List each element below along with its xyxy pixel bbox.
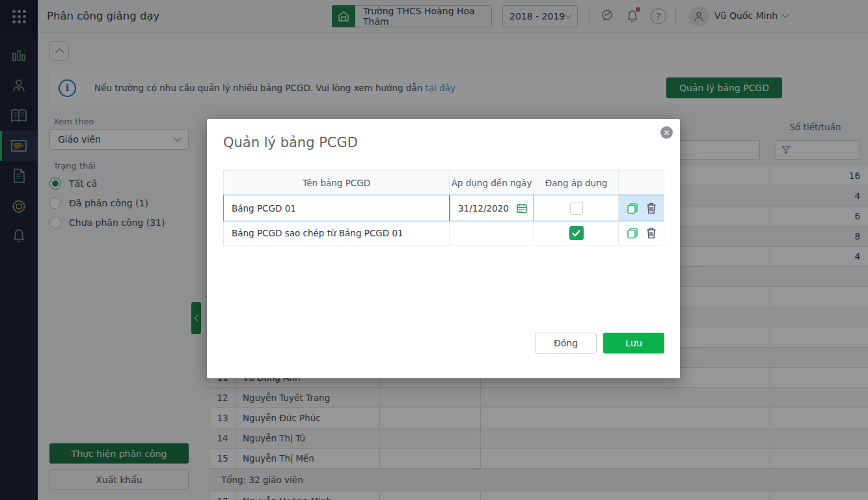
row-actions [619,221,664,245]
active-checkbox-cell [534,195,619,221]
dialog-title: Quản lý bảng PCGD [223,135,358,150]
calendar-icon[interactable] [516,202,528,214]
apply-until-date-input[interactable]: 31/12/2020 [450,195,534,221]
close-icon[interactable]: ✕ [660,126,673,139]
column-header-apply-until: Áp dụng đến ngày [450,170,534,195]
pcgd-table: Tên bảng PCGD Áp dụng đến ngày Đang áp d… [223,170,664,245]
save-button[interactable]: Lưu [603,333,664,354]
copy-icon[interactable] [626,227,639,240]
app-window: Số tiết/tuần 16 4 6 8 4 11Vũ Đông Anh 12… [0,0,868,500]
column-header-active: Đang áp dụng [534,170,619,195]
pcgd-row: Bảng PCGD 01 31/12/2020 [223,195,664,221]
column-header-actions [619,170,664,195]
active-checkbox-unchecked[interactable] [570,202,583,215]
column-header-name: Tên bảng PCGD [223,170,450,195]
pcgd-table-header: Tên bảng PCGD Áp dụng đến ngày Đang áp d… [223,170,664,195]
manage-pcgd-dialog: ✕ Quản lý bảng PCGD Tên bảng PCGD Áp dụn… [207,119,680,378]
trash-icon[interactable] [645,202,657,215]
pcgd-row: Bảng PCGD sao chép từ Bảng PCGD 01 [223,221,664,245]
pcgd-name-input[interactable]: Bảng PCGD 01 [223,195,450,221]
active-checkbox-cell [534,221,619,245]
apply-until-cell[interactable] [450,221,534,245]
active-checkbox-checked[interactable] [569,226,584,240]
copy-icon[interactable] [626,202,639,215]
close-button[interactable]: Đóng [535,333,597,354]
pcgd-name-cell[interactable]: Bảng PCGD sao chép từ Bảng PCGD 01 [223,221,450,245]
row-actions [619,195,664,221]
checkmark-icon [572,230,580,237]
trash-icon[interactable] [645,227,657,240]
